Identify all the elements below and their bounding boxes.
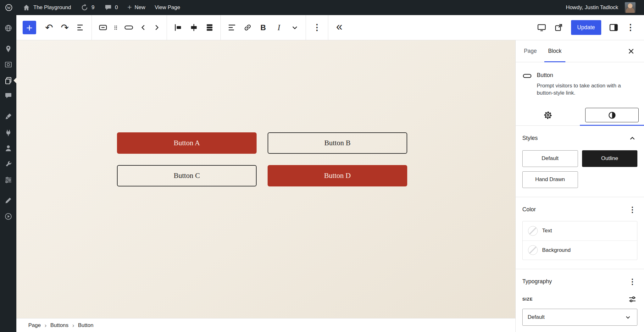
sidebar-item-posts[interactable]	[0, 42, 16, 56]
comments-menu[interactable]: 0	[99, 0, 123, 15]
tab-block[interactable]: Block	[542, 40, 567, 62]
color-panel-options-button[interactable]: ⋮	[627, 205, 637, 215]
bold-button[interactable]: B	[255, 18, 271, 37]
toolbar-separator	[220, 15, 221, 40]
link-button[interactable]	[240, 18, 255, 37]
block-inserter-button[interactable]: +	[23, 21, 36, 34]
breadcrumb-button-current: Button	[78, 322, 93, 329]
text-align-left-icon	[227, 23, 237, 32]
avatar	[625, 2, 636, 13]
sidebar-item-settings[interactable]	[0, 173, 16, 187]
font-size-select[interactable]: Default	[522, 309, 637, 326]
account-menu[interactable]: Howdy, Justin Tadlock	[561, 0, 640, 15]
sidebar-item-media[interactable]	[0, 58, 16, 71]
site-name-menu[interactable]: The Playground	[18, 0, 76, 15]
editor-options-button[interactable]: ⋮	[623, 18, 638, 37]
focus-ring	[585, 108, 639, 122]
preview-device-button[interactable]	[534, 18, 550, 37]
italic-button[interactable]: I	[271, 18, 287, 37]
typography-panel: Typography ⋮ SIZE Default	[516, 269, 644, 332]
new-menu[interactable]: + New	[123, 0, 150, 15]
button-block-a[interactable]: Button A	[117, 132, 257, 154]
sidebar-item-comments[interactable]	[0, 89, 16, 102]
sidebar-item-plugins[interactable]	[0, 126, 16, 140]
sidebar-item-playground[interactable]	[0, 209, 16, 223]
sidebar-item-editor[interactable]	[0, 193, 16, 207]
redo-icon: ↷	[61, 23, 69, 32]
update-button[interactable]: Update	[571, 20, 601, 35]
updates-menu[interactable]: 9	[76, 0, 99, 15]
breadcrumb-separator: ›	[72, 322, 74, 329]
view-post-external-button[interactable]	[551, 18, 567, 37]
text-align-button[interactable]	[224, 18, 240, 37]
styles-panel-toggle[interactable]	[627, 133, 637, 143]
style-variant-hand-drawn[interactable]: Hand Drawn	[522, 171, 578, 188]
tab-settings[interactable]	[516, 105, 580, 125]
kebab-icon: ⋮	[626, 23, 635, 32]
link-icon	[243, 23, 253, 32]
chevron-left-icon	[138, 23, 148, 32]
button-block-c[interactable]: Button C	[117, 165, 257, 186]
tab-appearance[interactable]	[580, 105, 644, 125]
drag-handle[interactable]	[111, 18, 121, 37]
site-name-label: The Playground	[33, 4, 71, 11]
text-color-swatch-none	[528, 226, 538, 236]
color-settings-list: Text Background	[522, 221, 637, 260]
style-variant-default[interactable]: Default	[522, 150, 578, 167]
editor-header: + ↶ ↷	[16, 15, 644, 40]
block-breadcrumb: Page › Buttons › Button	[16, 318, 515, 332]
move-left-button[interactable]	[136, 18, 150, 37]
tab-page[interactable]: Page	[518, 40, 542, 62]
style-variant-outline[interactable]: Outline	[582, 150, 638, 167]
text-color-row[interactable]: Text	[523, 221, 637, 241]
breadcrumb-page[interactable]: Page	[28, 322, 41, 329]
sidebar-item-users[interactable]	[0, 141, 16, 155]
wp-logo-menu[interactable]: W	[0, 0, 18, 15]
button-label: Button C	[174, 172, 200, 180]
button-block-b[interactable]: Button B	[268, 132, 407, 154]
sidebar-item-appearance[interactable]	[0, 109, 16, 123]
undo-button[interactable]: ↶	[41, 18, 57, 37]
font-size-custom-button[interactable]	[627, 294, 637, 304]
button-block-d[interactable]: Button D	[268, 165, 407, 186]
active-item-notch	[14, 78, 16, 83]
sidebar-tabs: Page Block	[516, 40, 644, 62]
updates-icon	[80, 3, 89, 12]
settings-sidebar: Page Block Button Prompt visitors to tak…	[515, 40, 644, 332]
sidebar-item-pages[interactable]	[0, 74, 16, 87]
background-color-row[interactable]: Background	[523, 241, 637, 260]
font-size-label: SIZE	[522, 297, 533, 302]
redo-button[interactable]: ↷	[57, 18, 73, 37]
select-parent-buttons-block-button[interactable]	[95, 18, 111, 37]
pages-icon	[4, 76, 13, 85]
toolbar-separator	[167, 15, 167, 40]
block-options-button[interactable]: ⋮	[309, 18, 325, 37]
admin-bar: W The Playground 9 0 + New View Page How…	[0, 0, 644, 15]
more-rich-text-tools-button[interactable]	[287, 18, 303, 37]
comments-count: 0	[115, 4, 118, 11]
orientation-stack-button[interactable]	[202, 18, 217, 37]
sidebar-item-dashboard[interactable]	[0, 21, 16, 35]
button-block-type-button[interactable]	[121, 18, 136, 37]
play-circle-icon	[4, 212, 13, 221]
buttons-block: Button A Button B Button C Button D	[117, 132, 407, 186]
toolbar-separator	[92, 15, 92, 40]
settings-sidebar-toggle[interactable]	[606, 18, 621, 37]
view-page-menu[interactable]: View Page	[150, 0, 185, 15]
typography-panel-options-button[interactable]: ⋮	[627, 277, 637, 287]
sidebar-item-tools[interactable]	[0, 157, 16, 171]
breadcrumb-separator: ›	[45, 322, 47, 329]
button-block-icon	[124, 23, 134, 32]
collapse-toolbar-button[interactable]: «	[331, 18, 347, 37]
pencil-icon	[4, 196, 13, 205]
block-card: Button Prompt visitors to take action wi…	[516, 62, 644, 103]
move-right-button[interactable]	[150, 18, 164, 37]
justify-items-center-button[interactable]	[186, 18, 202, 37]
justify-left-icon	[173, 23, 183, 32]
media-icon	[4, 60, 13, 69]
button-block-icon	[522, 71, 532, 81]
document-overview-button[interactable]	[73, 18, 88, 37]
justify-items-left-button[interactable]	[170, 18, 186, 37]
close-sidebar-button[interactable]	[624, 44, 638, 58]
breadcrumb-buttons[interactable]: Buttons	[50, 322, 69, 329]
